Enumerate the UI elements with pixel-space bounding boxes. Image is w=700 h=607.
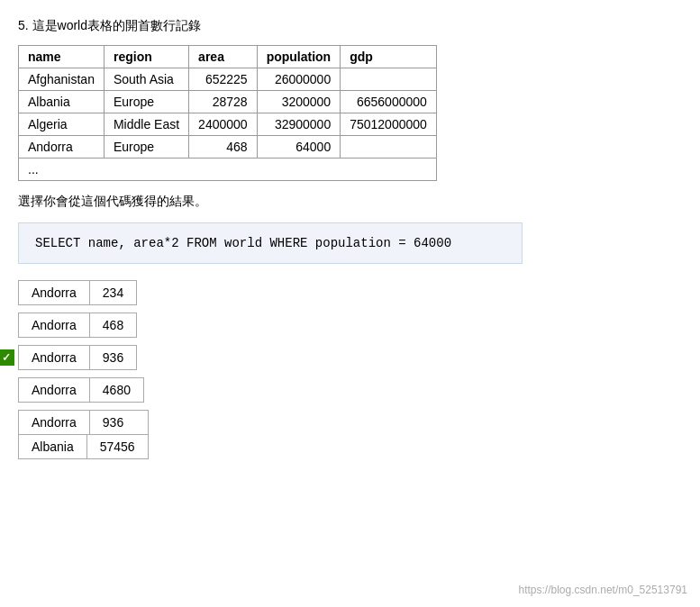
cell-area: 28728 (189, 91, 258, 113)
cell-region: South Asia (104, 68, 188, 91)
table-row: Afghanistan South Asia 652225 26000000 (19, 68, 437, 91)
col-header-gdp: gdp (341, 46, 437, 68)
col-header-name: name (19, 46, 105, 68)
col-header-population: population (257, 46, 341, 68)
cell-population: 3200000 (257, 91, 341, 113)
option-a-col2: 234 (90, 281, 136, 304)
sql-code: SELECT name, area*2 FROM world WHERE pop… (35, 236, 451, 250)
option-c-col1: Andorra (19, 346, 90, 369)
option-e-r2-col1: Albania (19, 435, 87, 458)
correct-checkmark: ✓ (0, 349, 14, 366)
cell-population: 32900000 (257, 113, 341, 136)
instruction-text: 選擇你會從這個代碼獲得的結果。 (18, 194, 682, 210)
cell-region: Europe (104, 136, 188, 159)
cell-area: 468 (189, 136, 258, 159)
option-e-table[interactable]: Andorra 936 Albania 57456 (18, 410, 149, 459)
table-ellipsis-row: ... (19, 159, 437, 181)
option-b-col1: Andorra (19, 313, 90, 337)
option-b-col2: 468 (90, 313, 136, 337)
watermark: https://blog.csdn.net/m0_52513791 (519, 584, 687, 596)
table-row: Algeria Middle East 2400000 32900000 750… (19, 113, 437, 136)
option-e[interactable]: Andorra 936 Albania 57456 (18, 410, 682, 459)
option-e-r1-col1: Andorra (19, 411, 90, 434)
options-container: Andorra 234 Andorra 468 ✓ Andorra 936 An… (18, 280, 682, 459)
option-c-col2: 936 (90, 346, 136, 369)
option-c-row[interactable]: Andorra 936 (18, 345, 137, 370)
col-header-region: region (104, 46, 188, 68)
cell-gdp: 75012000000 (341, 113, 437, 136)
option-e-r2-col2: 57456 (87, 435, 148, 458)
option-b[interactable]: Andorra 468 (18, 313, 682, 338)
option-c[interactable]: ✓ Andorra 936 (18, 345, 682, 370)
section-title: 5. 這是world表格的開首數行記錄 (18, 18, 682, 34)
cell-name: Andorra (19, 136, 105, 159)
option-e-row2: Albania 57456 (19, 435, 148, 458)
cell-region: Europe (104, 91, 188, 113)
cell-name: Algeria (19, 113, 105, 136)
cell-population: 26000000 (257, 68, 341, 91)
cell-gdp (341, 68, 437, 91)
cell-name: Albania (19, 91, 105, 113)
table-row: Andorra Europe 468 64000 (19, 136, 437, 159)
option-e-r1-col2: 936 (90, 411, 136, 434)
world-table: name region area population gdp Afghanis… (18, 45, 437, 181)
option-d-col2: 4680 (90, 378, 143, 402)
cell-population: 64000 (257, 136, 341, 159)
cell-gdp (341, 136, 437, 159)
ellipsis-cell: ... (19, 159, 437, 181)
option-b-row[interactable]: Andorra 468 (18, 313, 137, 338)
cell-area: 652225 (189, 68, 258, 91)
cell-region: Middle East (104, 113, 188, 136)
option-e-row1: Andorra 936 (19, 411, 148, 435)
option-d-col1: Andorra (19, 378, 90, 402)
col-header-area: area (189, 46, 258, 68)
cell-gdp: 6656000000 (341, 91, 437, 113)
option-d-row[interactable]: Andorra 4680 (18, 377, 144, 403)
table-row: Albania Europe 28728 3200000 6656000000 (19, 91, 437, 113)
code-block: SELECT name, area*2 FROM world WHERE pop… (18, 222, 523, 264)
option-a[interactable]: Andorra 234 (18, 280, 682, 305)
option-a-col1: Andorra (19, 281, 90, 304)
option-d[interactable]: Andorra 4680 (18, 377, 682, 403)
cell-name: Afghanistan (19, 68, 105, 91)
option-a-row[interactable]: Andorra 234 (18, 280, 137, 305)
cell-area: 2400000 (189, 113, 258, 136)
